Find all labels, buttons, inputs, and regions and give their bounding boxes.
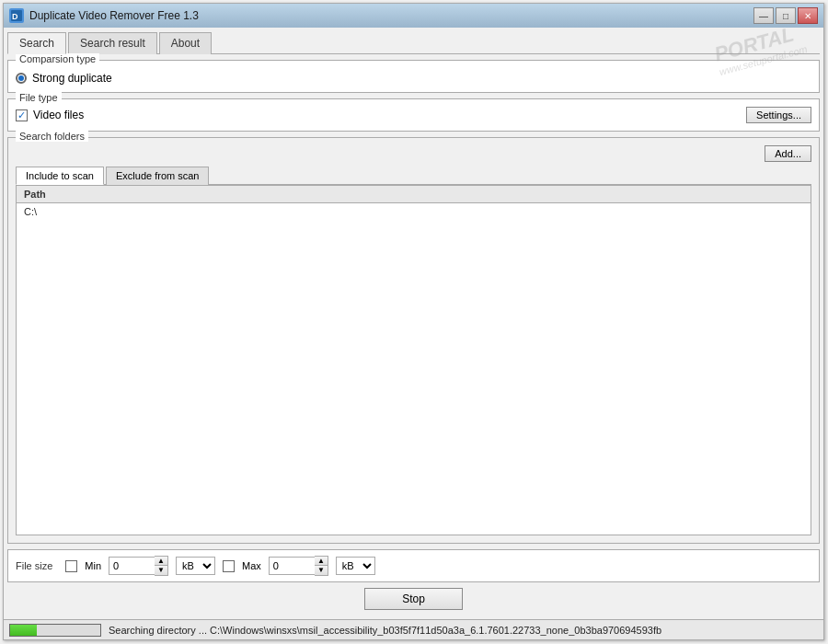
app-icon: D [9,8,24,23]
min-value-spinner: ▲ ▼ [109,556,168,576]
tab-about[interactable]: About [159,32,212,54]
main-tab-bar: Search Search result About [7,31,820,54]
min-increment-button[interactable]: ▲ [155,557,167,566]
video-files-checkbox[interactable]: ✓ [16,109,28,121]
progress-bar [9,624,101,637]
max-decrement-button[interactable]: ▼ [315,566,328,575]
comparison-section: Comparsion type Strong duplicate [7,60,820,93]
svg-text:D: D [12,12,18,21]
inner-tab-bar: Include to scan Exclude from scan [16,166,811,185]
stop-btn-container: Stop [7,588,820,610]
max-value-spinner: ▲ ▼ [269,556,328,576]
strong-duplicate-radio[interactable] [16,73,27,84]
tab-include-scan[interactable]: Include to scan [16,167,104,185]
window-title: Duplicate Video Remover Free 1.3 [29,9,748,22]
search-folders-label: Search folders [16,131,88,142]
status-text: Searching directory ... C:\Windows\winsx… [109,625,818,636]
status-bar: Searching directory ... C:\Windows\winsx… [4,619,823,639]
file-size-section: File size Min ▲ ▼ kB MB GB Max ▲ [7,549,820,582]
add-folder-button[interactable]: Add... [765,145,811,162]
file-type-label: File type [16,92,62,103]
max-value-input[interactable] [269,557,315,575]
window-content: Search Search result About Comparsion ty… [4,28,823,619]
stop-button[interactable]: Stop [364,588,463,610]
path-column-header: Path [17,186,811,203]
strong-duplicate-label: Strong duplicate [32,72,112,85]
search-folders-section: Search folders Add... Include to scan Ex… [7,137,820,544]
video-files-label: Video files [33,109,84,121]
min-checkbox[interactable] [65,560,77,572]
comparison-options: Strong duplicate [16,72,811,85]
min-unit-select[interactable]: kB MB GB [176,557,215,575]
close-button[interactable]: ✕ [798,7,818,24]
max-label: Max [242,560,261,571]
window-controls: — □ ✕ [753,7,818,24]
file-type-row: ✓ Video files Settings... [16,107,811,123]
tab-search-result[interactable]: Search result [68,32,157,54]
table-row: C:\ [17,203,811,220]
file-type-section: File type ✓ Video files Settings... [7,98,820,132]
minimize-button[interactable]: — [753,7,774,24]
tab-exclude-scan[interactable]: Exclude from scan [106,167,209,185]
max-increment-button[interactable]: ▲ [315,557,328,566]
min-decrement-button[interactable]: ▼ [155,566,167,575]
tab-search[interactable]: Search [7,32,66,54]
file-size-label: File size [16,560,52,571]
min-value-input[interactable] [109,557,155,575]
main-window: PORTAL www.setuportal.com D Duplicate Vi… [3,3,824,640]
progress-bar-fill [10,625,37,636]
folders-table: Path C:\ [16,185,811,535]
max-spinner-buttons: ▲ ▼ [315,556,328,576]
max-unit-select[interactable]: kB MB GB [336,557,375,575]
min-spinner-buttons: ▲ ▼ [155,556,168,576]
max-checkbox[interactable] [223,560,235,572]
comparison-label: Comparsion type [16,53,99,64]
settings-button[interactable]: Settings... [746,107,811,123]
min-label: Min [85,560,101,571]
title-bar: D Duplicate Video Remover Free 1.3 — □ ✕ [4,4,823,28]
maximize-button[interactable]: □ [776,7,796,24]
